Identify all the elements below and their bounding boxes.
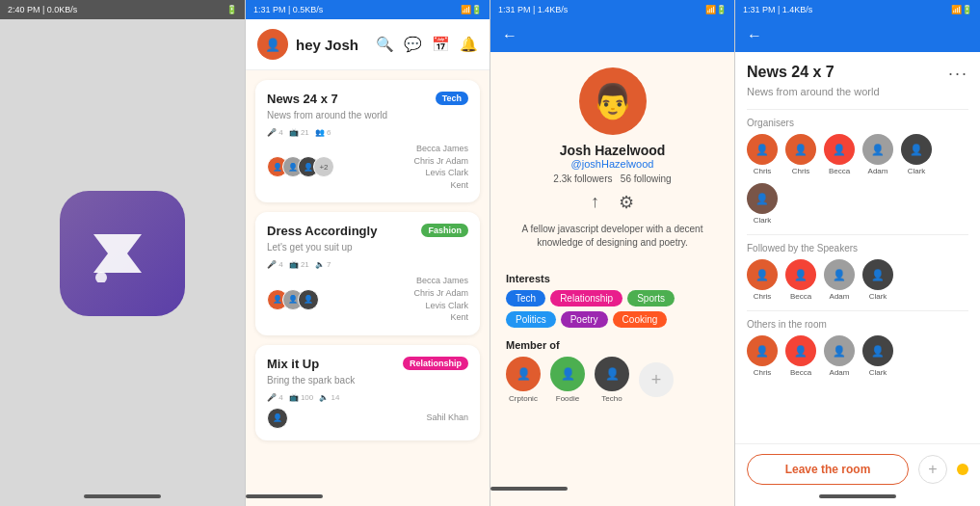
svg-marker-0 <box>93 234 142 273</box>
status-time: 1:31 PM | 1.4KB/s <box>743 5 812 14</box>
room-stats: 🎤 4📺 100🔈 14 <box>267 393 468 402</box>
screen-app-icon: 2:40 PM | 0.0KB/s 🔋 <box>0 0 245 506</box>
home-indicator <box>84 494 161 498</box>
others-label: Others in the room <box>747 319 968 330</box>
avatar: 👤 <box>298 289 319 310</box>
calendar-icon[interactable]: 📅 <box>432 36 450 53</box>
room-detail-desc: News from around the world <box>747 86 968 97</box>
room-name: News 24 x 7 <box>267 92 338 106</box>
interest-relationship: Relationship <box>550 290 622 306</box>
org-name: Chris <box>754 167 772 175</box>
room-card-header: News 24 x 7 Tech <box>267 92 468 106</box>
org-avatar: 👤 <box>747 183 778 214</box>
speaker-avatar: 👤 <box>747 259 778 290</box>
status-bar-1: 2:40 PM | 0.0KB/s 🔋 <box>0 0 245 19</box>
back-button[interactable]: ← <box>747 27 762 44</box>
member-item: 👤 Crptonic <box>506 357 541 403</box>
room-card-header: Mix it Up Relationship <box>267 357 468 371</box>
room-avatars: 👤 👤 👤 +2 <box>267 156 334 177</box>
org-name: Adam <box>868 167 888 175</box>
home-indicator <box>246 494 323 498</box>
time-signal: 2:40 PM | 0.0KB/s <box>8 5 77 14</box>
other-name: Adam <box>830 368 850 377</box>
room-tag: Tech <box>436 92 468 105</box>
other-name: Chris <box>754 368 772 377</box>
screen-room-detail: 1:31 PM | 1.4KB/s 📶🔋 ← News 24 x 7 ··· N… <box>734 0 980 506</box>
interest-tech: Tech <box>506 290 545 306</box>
extra-count: +2 <box>313 156 334 177</box>
others-section: Others in the room 👤 Chris 👤 Becca 👤 Ada… <box>747 319 968 377</box>
speaker-item: 👤 Clark <box>862 259 893 301</box>
status-time: 1:31 PM | 1.4KB/s <box>498 5 568 14</box>
org-name: Clark <box>908 167 926 175</box>
room-footer-bar: Leave the room + <box>735 443 980 494</box>
other-avatar: 👤 <box>785 335 816 366</box>
interests-section-title: Interests <box>506 273 719 284</box>
room-card-header: Dress Accordingly Fashion <box>267 224 468 238</box>
member-item: 👤 Foodie <box>550 357 585 403</box>
speaker-name: Becca <box>790 292 811 301</box>
member-avatar: 👤 <box>550 357 585 391</box>
battery-icons: 📶🔋 <box>461 5 482 14</box>
room-card-news[interactable]: News 24 x 7 Tech News from around the wo… <box>255 80 480 202</box>
speaker-item: 👤 Adam <box>824 259 855 301</box>
interest-politics: Politics <box>506 311 556 328</box>
interests-list: Tech Relationship Sports Politics Poetry… <box>506 290 719 328</box>
battery-icon: 🔋 <box>226 5 237 14</box>
room-tag: Relationship <box>403 357 468 370</box>
speaker-avatar: 👤 <box>785 259 816 290</box>
room-host: Sahil Khan <box>426 412 468 424</box>
room-footer: 👤 Sahil Khan <box>267 408 468 429</box>
speaker-name: Adam <box>830 292 850 301</box>
user-avatar: 👤 <box>257 29 288 60</box>
add-member-button[interactable]: + <box>639 362 674 397</box>
add-action-button[interactable]: + <box>918 455 947 484</box>
battery-icons: 📶🔋 <box>705 5 727 14</box>
app-icon[interactable] <box>60 191 185 316</box>
room-detail-title: News 24 x 7 <box>747 64 834 81</box>
room-footer: 👤 👤 👤 +2 Becca JamesChris Jr AdamLevis C… <box>267 143 468 191</box>
room-host: Becca JamesChris Jr AdamLevis ClarkKent <box>413 143 468 191</box>
room-detail-body: News 24 x 7 ··· News from around the wor… <box>735 52 980 443</box>
room-stats: 🎤 4📺 21👥 6 <box>267 128 468 137</box>
profile-header: ← <box>490 19 734 52</box>
org-avatar: 👤 <box>862 134 893 165</box>
org-item: 👤 Chris <box>785 134 816 175</box>
leave-room-button[interactable]: Leave the room <box>747 454 909 485</box>
status-bar-3: 1:31 PM | 1.4KB/s 📶🔋 <box>490 0 734 19</box>
back-button[interactable]: ← <box>502 27 517 44</box>
share-icon[interactable]: ↑ <box>591 192 599 213</box>
room-card-mix[interactable]: Mix it Up Relationship Bring the spark b… <box>255 345 480 440</box>
other-item: 👤 Clark <box>862 335 893 377</box>
room-card-dress[interactable]: Dress Accordingly Fashion Let's get you … <box>255 212 480 334</box>
battery-icons: 📶🔋 <box>951 5 972 14</box>
room-avatars: 👤 <box>267 408 288 429</box>
other-item: 👤 Chris <box>747 335 778 377</box>
room-stats: 🎤 4📺 21🔈 7 <box>267 260 468 269</box>
other-item: 👤 Adam <box>824 335 855 377</box>
member-of-list: 👤 Crptonic 👤 Foodie 👤 Techo + <box>506 357 719 403</box>
organisers-label: Organisers <box>747 118 968 128</box>
home-indicator <box>819 494 896 498</box>
search-icon[interactable]: 🔍 <box>376 36 394 53</box>
org-avatar: 👤 <box>785 134 816 165</box>
org-avatar: 👤 <box>901 134 932 165</box>
profile-actions: ↑ ⚙ <box>591 192 634 213</box>
profile-handle: @joshHazelwood <box>571 158 654 170</box>
member-of-section-title: Member of <box>506 339 719 351</box>
org-item: 👤 Clark <box>747 183 778 225</box>
app-header: 👤 hey Josh 🔍 💬 📅 🔔 <box>246 19 490 70</box>
profile-body: 👨 Josh Hazelwood @joshHazelwood 2.3k fol… <box>490 52 734 506</box>
other-avatar: 👤 <box>824 335 855 366</box>
profile-bio: A fellow javascript developer with a dec… <box>506 223 719 250</box>
chat-icon[interactable]: 💬 <box>404 36 422 53</box>
room-desc: News from around the world <box>267 110 468 120</box>
more-options-icon[interactable]: ··· <box>948 64 968 84</box>
svg-point-1 <box>95 272 107 282</box>
speaker-item: 👤 Becca <box>785 259 816 301</box>
settings-icon[interactable]: ⚙ <box>619 192 634 213</box>
profile-name: Josh Hazelwood <box>560 143 666 158</box>
org-name: Becca <box>829 167 850 175</box>
bell-icon[interactable]: 🔔 <box>460 36 478 53</box>
speakers-section: Followed by the Speakers 👤 Chris 👤 Becca… <box>747 243 968 301</box>
